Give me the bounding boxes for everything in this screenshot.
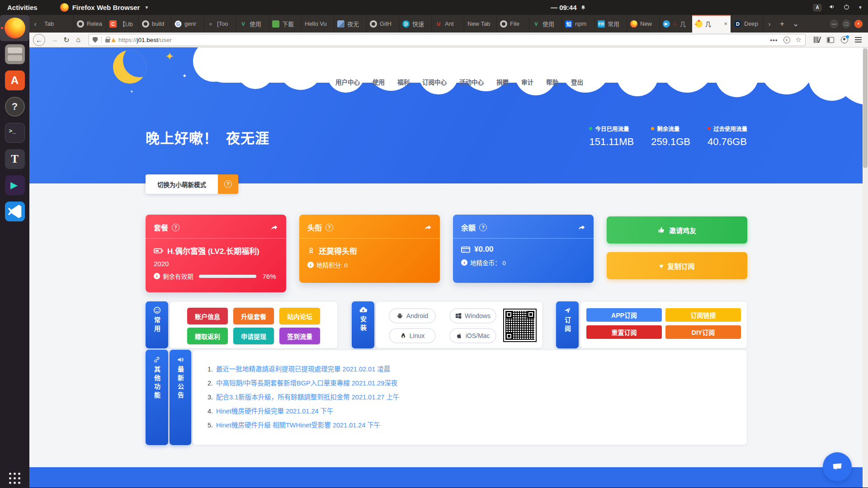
- nav-item-1[interactable]: 用户中心: [335, 77, 360, 86]
- page-scrollbar[interactable]: [863, 47, 868, 488]
- quick-button-4[interactable]: 赚取返利: [187, 328, 228, 344]
- lock-icon[interactable]: [105, 39, 110, 42]
- active-app-menu[interactable]: Firefox Web Browser ▼: [60, 3, 149, 12]
- mode-toggle-button[interactable]: 切换为小萌新模式 ?: [146, 174, 238, 194]
- subscribe-button-4[interactable]: DIY订阅: [665, 325, 741, 339]
- dock-files[interactable]: [0, 41, 29, 67]
- back-button[interactable]: ←: [33, 34, 45, 46]
- install-button-android[interactable]: Android: [389, 308, 436, 324]
- announcement-link[interactable]: 中高短期/中等長期套餐新增BGP入口華東專線 2021.01.29深夜: [216, 380, 397, 387]
- subscribe-button-1[interactable]: APP订阅: [586, 308, 662, 322]
- quick-button-5[interactable]: 申请提现: [233, 328, 274, 344]
- tracking-shield-icon[interactable]: [93, 37, 98, 43]
- tab-close-icon[interactable]: ×: [724, 20, 727, 27]
- browser-tab[interactable]: GitH: [367, 15, 399, 33]
- maximize-button[interactable]: ▢: [842, 20, 850, 28]
- question-icon[interactable]: ?: [172, 224, 179, 231]
- dock-terminal[interactable]: >_: [0, 120, 29, 146]
- menu-icon[interactable]: [855, 37, 862, 42]
- page-actions-icon[interactable]: •••: [770, 37, 778, 43]
- browser-tab[interactable]: ♨几: [660, 15, 692, 33]
- chat-widget-button[interactable]: [823, 452, 852, 481]
- quick-button-3[interactable]: 站内论坛: [279, 308, 320, 324]
- browser-tab[interactable]: ≡[Too: [204, 15, 236, 33]
- browser-tab[interactable]: Ggenr: [171, 15, 204, 33]
- browser-tab[interactable]: 夜无: [334, 15, 367, 33]
- browser-tab[interactable]: Hello Vu: [302, 15, 334, 33]
- mode-toggle-help[interactable]: ?: [218, 174, 238, 194]
- browser-tab[interactable]: EB常用: [594, 15, 627, 33]
- library-icon[interactable]: [814, 37, 820, 43]
- nav-item-6[interactable]: 捐赠: [496, 77, 509, 86]
- subscribe-panel-tab[interactable]: 订阅: [556, 301, 579, 348]
- announcement-link[interactable]: 最近一批地精邀請返利提現已提現處理完畢 2021.02.01 凌晨: [216, 366, 390, 373]
- nav-item-5[interactable]: 活动中心: [459, 77, 484, 86]
- browser-tab[interactable]: New: [627, 15, 660, 33]
- dock-ubuntu-software[interactable]: A: [0, 67, 29, 94]
- home-button[interactable]: ⌂: [72, 36, 84, 44]
- nav-item-7[interactable]: 审计: [521, 77, 533, 86]
- dock-vscode[interactable]: [0, 198, 29, 225]
- quick-button-2[interactable]: 升级套餐: [233, 308, 274, 324]
- quick-button-6[interactable]: 签到流量: [279, 328, 320, 344]
- dock-help[interactable]: ?: [0, 94, 29, 120]
- copy-subscription-button[interactable]: ♥ 复制订阅: [607, 252, 747, 279]
- browser-tab[interactable]: C【Ub: [106, 15, 139, 33]
- sidebar-icon[interactable]: [827, 37, 834, 43]
- nav-item-9[interactable]: 登出: [571, 77, 583, 86]
- question-icon[interactable]: ?: [326, 224, 333, 231]
- activities-button[interactable]: Activities: [7, 4, 38, 11]
- tray-chevron-icon[interactable]: ▼: [858, 5, 863, 10]
- account-icon[interactable]: [841, 36, 848, 43]
- nav-item-8[interactable]: 帮助: [546, 77, 558, 86]
- question-icon[interactable]: ?: [479, 224, 487, 231]
- install-button-linux[interactable]: Linux: [389, 328, 436, 343]
- browser-tab[interactable]: UAnt: [432, 15, 464, 33]
- browser-tab[interactable]: 几×: [692, 15, 731, 33]
- reload-button[interactable]: ↻: [61, 36, 72, 44]
- bookmark-star-icon[interactable]: ☆: [796, 36, 802, 44]
- pocket-icon[interactable]: ∨: [783, 37, 790, 43]
- nav-item-3[interactable]: 福利: [397, 77, 410, 86]
- volume-icon[interactable]: [829, 3, 836, 12]
- dock-text-editor[interactable]: T: [0, 146, 29, 172]
- announcement-link[interactable]: 配合3.1新版本升級，所有餘額調整到抵扣金幣 2021.01.27 上午: [216, 394, 399, 401]
- browser-tab[interactable]: File: [497, 15, 529, 33]
- install-button-ios-mac[interactable]: iOS/Mac: [449, 328, 496, 343]
- browser-tab[interactable]: New Tab: [464, 15, 497, 33]
- url-bar[interactable]: https://j01.best/user ••• ∨ ☆: [89, 34, 806, 46]
- share-icon[interactable]: [578, 224, 585, 231]
- input-source-icon[interactable]: A: [813, 4, 821, 11]
- show-applications-button[interactable]: [0, 473, 29, 484]
- browser-tab[interactable]: 下載: [269, 15, 302, 33]
- subscribe-button-3[interactable]: 重置订阅: [586, 325, 662, 339]
- nav-item-4[interactable]: 订阅中心: [422, 77, 447, 86]
- latest-news-tab[interactable]: 最新公告: [170, 350, 191, 445]
- quick-panel-tab[interactable]: 常用: [146, 301, 168, 348]
- browser-tab[interactable]: Relea: [74, 15, 106, 33]
- announcement-link[interactable]: Hinet機房硬件升級 相關TWHinet受影響 2021.01.24 下午: [216, 422, 380, 429]
- power-icon[interactable]: [843, 3, 850, 12]
- list-all-tabs-button[interactable]: ⌄: [789, 15, 802, 33]
- browser-tab[interactable]: 知npm: [562, 15, 594, 33]
- subscribe-button-2[interactable]: 订阅链接: [665, 308, 741, 322]
- scroll-tabs-right-button[interactable]: ›: [764, 15, 775, 33]
- browser-tab[interactable]: V使用: [529, 15, 562, 33]
- browser-tab[interactable]: Tab: [41, 15, 74, 33]
- dock-share-app[interactable]: [0, 172, 29, 198]
- invite-button[interactable]: 邀请鸡友: [607, 216, 747, 244]
- browser-tab[interactable]: DDeep: [731, 15, 764, 33]
- share-icon[interactable]: [270, 224, 278, 231]
- browser-tab[interactable]: V使用: [236, 15, 269, 33]
- other-functions-tab[interactable]: 其他功能: [146, 350, 168, 445]
- close-button[interactable]: ×: [854, 20, 863, 28]
- scroll-tabs-left-button[interactable]: ‹: [29, 15, 41, 33]
- quick-button-1[interactable]: 账户信息: [187, 308, 228, 324]
- new-tab-button[interactable]: +: [775, 15, 789, 33]
- announcement-link[interactable]: Hinet機房硬件升級完畢 2021.01.24 下午: [216, 408, 333, 415]
- nav-item-2[interactable]: 使用: [373, 77, 385, 86]
- install-panel-tab[interactable]: 安装: [352, 301, 374, 348]
- browser-tab[interactable]: build: [139, 15, 171, 33]
- dock-firefox[interactable]: [0, 15, 29, 41]
- minimize-button[interactable]: —: [830, 20, 838, 28]
